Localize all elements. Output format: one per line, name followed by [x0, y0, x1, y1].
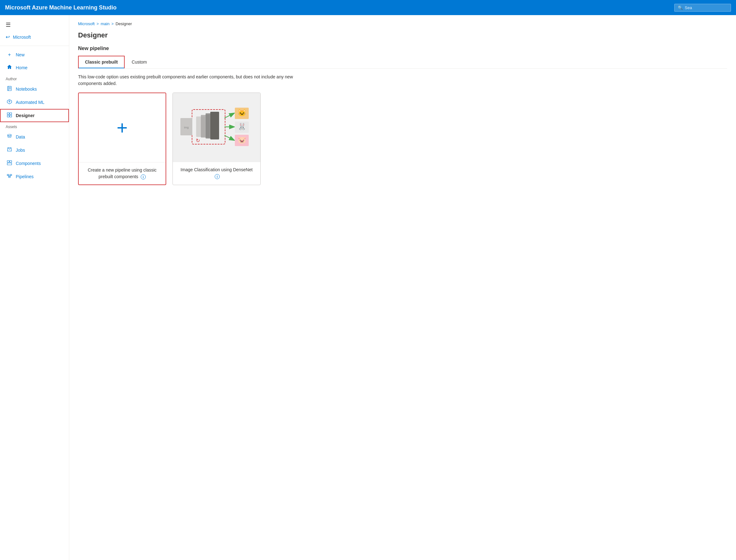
back-icon: ↩	[6, 34, 10, 40]
create-new-info-icon[interactable]: i	[141, 174, 146, 179]
sidebar: ☰ ↩ Microsoft + New Home Author Notebook…	[0, 15, 69, 560]
svg-text:🐱: 🐱	[238, 109, 246, 117]
svg-text:🐷: 🐷	[238, 136, 246, 144]
tab-underline	[79, 68, 124, 68]
svg-line-30	[224, 135, 234, 140]
jobs-icon	[6, 147, 13, 153]
svg-rect-6	[7, 113, 9, 115]
sidebar-item-notebooks-label: Notebooks	[16, 87, 37, 92]
densenet-info-icon[interactable]: i	[215, 174, 220, 179]
components-icon	[6, 160, 13, 167]
sidebar-item-designer[interactable]: Designer	[0, 109, 69, 122]
svg-rect-15	[7, 174, 9, 176]
create-new-pipeline-label: Create a new pipeline using classic preb…	[79, 162, 166, 184]
breadcrumb-microsoft[interactable]: Microsoft	[78, 21, 95, 26]
app-title: Microsoft Azure Machine Learning Studio	[5, 4, 116, 11]
sidebar-item-home[interactable]: Home	[0, 61, 69, 74]
sidebar-item-pipelines[interactable]: Pipelines	[0, 170, 69, 183]
search-placeholder: Sea	[685, 5, 692, 10]
svg-rect-17	[9, 176, 10, 178]
sidebar-item-jobs[interactable]: Jobs	[0, 144, 69, 157]
svg-rect-7	[10, 113, 12, 115]
svg-rect-9	[10, 115, 12, 117]
svg-rect-8	[7, 115, 9, 117]
sidebar-item-automated-ml[interactable]: Automated ML	[0, 96, 69, 109]
svg-text:↻: ↻	[196, 138, 200, 143]
breadcrumb-sep-2: >	[111, 22, 114, 26]
sidebar-item-pipelines-label: Pipelines	[16, 174, 34, 179]
densenet-svg: img ↻	[179, 101, 254, 154]
sidebar-item-components[interactable]: Components	[0, 157, 69, 170]
sidebar-item-data[interactable]: Data	[0, 130, 69, 144]
new-pipeline-section-title: New pipeline	[78, 46, 727, 51]
sidebar-section-author: Author	[0, 74, 69, 82]
data-icon	[6, 134, 13, 140]
create-new-pipeline-card[interactable]: + Create a new pipeline using classic pr…	[78, 93, 166, 185]
densenet-image: img ↻	[173, 93, 260, 162]
svg-text:🐰: 🐰	[238, 122, 246, 131]
description-text: This low-code option uses existing prebu…	[78, 74, 298, 87]
tabs-container: Classic prebuilt Custom	[78, 56, 727, 69]
designer-icon	[6, 112, 13, 119]
sidebar-item-home-label: Home	[16, 65, 27, 70]
pipeline-cards-container: + Create a new pipeline using classic pr…	[78, 93, 727, 185]
pipelines-icon	[6, 173, 13, 180]
svg-rect-16	[10, 174, 12, 176]
svg-rect-23	[210, 112, 219, 139]
sidebar-divider-1	[0, 46, 69, 46]
sidebar-item-components-label: Components	[16, 161, 41, 166]
svg-line-28	[224, 113, 234, 118]
page-title: Designer	[78, 31, 727, 39]
svg-rect-0	[8, 86, 11, 91]
sidebar-item-new-label: New	[16, 52, 25, 57]
sidebar-item-designer-label: Designer	[16, 113, 35, 118]
new-icon: +	[6, 52, 13, 58]
sidebar-item-new[interactable]: + New	[0, 48, 69, 61]
densenet-card-label: Image Classification using DenseNet i	[173, 162, 260, 184]
plus-icon: +	[116, 118, 127, 137]
svg-point-10	[8, 134, 11, 136]
sidebar-back-button[interactable]: ↩ Microsoft	[0, 31, 69, 43]
search-box[interactable]: 🔍 Sea	[674, 4, 731, 12]
automated-ml-icon	[6, 99, 13, 105]
svg-rect-14	[7, 163, 12, 165]
main-content: Microsoft > main > Designer Designer New…	[69, 15, 736, 560]
breadcrumb-current: Designer	[116, 21, 132, 26]
sidebar-back-label: Microsoft	[13, 35, 31, 40]
home-icon	[6, 65, 13, 71]
densenet-pipeline-card[interactable]: img ↻	[173, 93, 261, 185]
notebooks-icon	[6, 86, 13, 92]
breadcrumb-sep-1: >	[97, 22, 99, 26]
breadcrumb-main[interactable]: main	[101, 21, 110, 26]
hamburger-menu-icon[interactable]: ☰	[0, 19, 69, 31]
svg-rect-13	[10, 161, 12, 162]
sidebar-section-assets: Assets	[0, 122, 69, 130]
svg-text:img: img	[184, 126, 189, 129]
top-header: Microsoft Azure Machine Learning Studio …	[0, 0, 736, 15]
layout: ☰ ↩ Microsoft + New Home Author Notebook…	[0, 15, 736, 560]
search-icon: 🔍	[678, 5, 683, 10]
sidebar-item-notebooks[interactable]: Notebooks	[0, 82, 69, 96]
sidebar-item-jobs-label: Jobs	[16, 148, 25, 153]
sidebar-item-automated-ml-label: Automated ML	[16, 100, 44, 105]
svg-rect-12	[7, 161, 9, 162]
tab-classic-prebuilt[interactable]: Classic prebuilt	[78, 56, 125, 68]
tab-custom[interactable]: Custom	[125, 56, 154, 68]
breadcrumb: Microsoft > main > Designer	[78, 21, 727, 26]
sidebar-item-data-label: Data	[16, 134, 25, 139]
create-new-pipeline-image: +	[79, 93, 166, 162]
